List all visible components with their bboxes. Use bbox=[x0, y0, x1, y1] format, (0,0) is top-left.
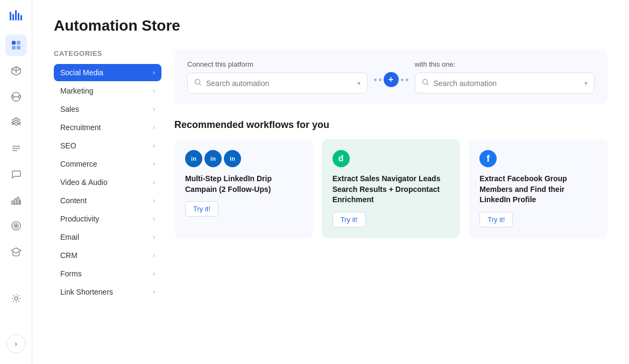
svg-rect-3 bbox=[18, 13, 19, 20]
category-label: Content bbox=[60, 196, 87, 205]
sidebar-item-target[interactable] bbox=[5, 215, 27, 237]
svg-rect-4 bbox=[20, 15, 22, 20]
sidebar-item-cube[interactable] bbox=[5, 60, 27, 82]
categories-title: Categories bbox=[54, 49, 161, 58]
workflow-card-sales-navigator: d Extract Sales Navigator Leads Search R… bbox=[322, 139, 461, 238]
try-it-button[interactable]: Try it! bbox=[479, 212, 513, 227]
app-logo bbox=[6, 6, 26, 26]
connect-left-label: Connect this platform bbox=[187, 60, 367, 68]
category-label: Sales bbox=[60, 105, 79, 113]
svg-point-24 bbox=[422, 80, 427, 84]
category-label: Marketing bbox=[60, 87, 93, 95]
svg-rect-16 bbox=[15, 199, 16, 204]
category-label: SEO bbox=[60, 141, 76, 150]
svg-point-11 bbox=[18, 96, 20, 98]
connector-dots: + bbox=[374, 72, 408, 94]
connect-right-group: with this one: ▾ bbox=[415, 60, 595, 94]
category-label: Commerce bbox=[60, 160, 97, 168]
chevron-down-icon-right: ▾ bbox=[584, 80, 588, 87]
category-item-recruitment[interactable]: Recruitment› bbox=[54, 119, 161, 136]
chevron-icon: › bbox=[153, 215, 155, 223]
search-dropdown-right[interactable]: ▾ bbox=[415, 73, 595, 94]
categories-list: Social Media›Marketing›Sales›Recruitment… bbox=[54, 64, 161, 301]
sidebar-item-settings[interactable] bbox=[5, 288, 27, 309]
svg-rect-8 bbox=[17, 46, 20, 49]
try-it-button[interactable]: Try it! bbox=[333, 212, 366, 227]
category-label: CRM bbox=[60, 251, 77, 260]
connector-plus-button[interactable]: + bbox=[384, 72, 399, 87]
search-icon-right bbox=[422, 78, 429, 88]
category-item-marketing[interactable]: Marketing› bbox=[54, 82, 161, 99]
connect-left-group: Connect this platform ▾ bbox=[187, 60, 367, 94]
card-icons: ininin bbox=[185, 150, 302, 167]
category-item-content[interactable]: Content› bbox=[54, 192, 161, 209]
chevron-down-icon-left: ▾ bbox=[357, 80, 361, 87]
svg-point-22 bbox=[15, 297, 18, 300]
svg-rect-15 bbox=[12, 201, 13, 204]
main-content: Automation Store Categories Social Media… bbox=[32, 0, 629, 364]
svg-rect-1 bbox=[12, 14, 14, 20]
svg-rect-7 bbox=[12, 46, 16, 49]
connect-right-label: with this one: bbox=[415, 60, 595, 68]
category-item-link-shorteners[interactable]: Link Shorteners› bbox=[54, 283, 161, 301]
content-area: Categories Social Media›Marketing›Sales›… bbox=[54, 49, 607, 302]
card-title: Multi-Step LinkedIn Drip Campain (2 Foll… bbox=[185, 174, 302, 195]
search-dropdown-left[interactable]: ▾ bbox=[187, 73, 367, 94]
svg-rect-5 bbox=[12, 41, 16, 45]
card-icons: f bbox=[479, 150, 597, 167]
svg-rect-17 bbox=[17, 197, 19, 204]
category-item-productivity[interactable]: Productivity› bbox=[54, 210, 161, 227]
category-item-email[interactable]: Email› bbox=[54, 229, 161, 246]
category-label: Link Shorteners bbox=[60, 288, 113, 296]
category-item-seo[interactable]: SEO› bbox=[54, 137, 161, 154]
categories-panel: Categories Social Media›Marketing›Sales›… bbox=[54, 49, 161, 302]
category-item-crm[interactable]: CRM› bbox=[54, 247, 161, 264]
search-input-right[interactable] bbox=[434, 79, 581, 88]
sidebar-item-dashboard[interactable] bbox=[5, 34, 27, 56]
category-item-commerce[interactable]: Commerce› bbox=[54, 155, 161, 173]
card-title: Extract Sales Navigator Leads Search Res… bbox=[333, 174, 450, 205]
sidebar-item-chat[interactable] bbox=[5, 163, 27, 185]
chevron-icon: › bbox=[153, 270, 155, 277]
svg-point-21 bbox=[15, 225, 17, 227]
sidebar-item-academy[interactable] bbox=[5, 241, 27, 262]
sidebar-item-tasks[interactable] bbox=[5, 138, 27, 159]
category-item-social-media[interactable]: Social Media› bbox=[54, 64, 161, 81]
chevron-icon: › bbox=[153, 69, 155, 76]
category-item-sales[interactable]: Sales› bbox=[54, 101, 161, 118]
svg-point-10 bbox=[12, 96, 14, 98]
page-title: Automation Store bbox=[54, 17, 607, 34]
dot-1 bbox=[374, 78, 377, 81]
sidebar-item-connections[interactable] bbox=[5, 86, 27, 108]
dot-3 bbox=[401, 78, 404, 81]
svg-rect-0 bbox=[10, 12, 11, 20]
category-label: Email bbox=[60, 233, 79, 241]
workflow-card-facebook-linkedin: f Extract Facebook Group Members and Fin… bbox=[469, 139, 607, 238]
facebook-icon: f bbox=[479, 150, 497, 167]
svg-rect-18 bbox=[20, 200, 20, 204]
category-item-forms[interactable]: Forms› bbox=[54, 265, 161, 282]
svg-point-23 bbox=[195, 80, 200, 84]
category-label: Forms bbox=[60, 269, 82, 278]
card-title: Extract Facebook Group Members and Find … bbox=[479, 174, 597, 205]
search-input-left[interactable] bbox=[206, 79, 353, 88]
linkedin-icon: in bbox=[204, 150, 222, 167]
sidebar-item-layers[interactable] bbox=[5, 112, 27, 133]
chevron-icon: › bbox=[153, 160, 155, 168]
try-it-button[interactable]: Try it! bbox=[185, 201, 218, 217]
sidebar-expand-button[interactable]: › bbox=[6, 334, 26, 353]
sidebar: › bbox=[0, 0, 32, 364]
dot-2 bbox=[379, 78, 381, 81]
dot-4 bbox=[406, 78, 408, 81]
chevron-icon: › bbox=[153, 197, 155, 204]
category-label: Productivity bbox=[60, 215, 99, 223]
workflows-section-title: Recommended workflows for you bbox=[174, 119, 607, 131]
workflow-card-linkedin-drip: ininin Multi-Step LinkedIn Drip Campain … bbox=[174, 139, 313, 238]
category-label: Recruitment bbox=[60, 123, 101, 132]
chevron-icon: › bbox=[153, 105, 155, 113]
category-label: Video & Audio bbox=[60, 178, 108, 187]
connect-section: Connect this platform ▾ bbox=[174, 49, 607, 104]
sidebar-item-analytics[interactable] bbox=[5, 189, 27, 211]
chevron-icon: › bbox=[153, 124, 155, 131]
category-item-video---audio[interactable]: Video & Audio› bbox=[54, 174, 161, 191]
